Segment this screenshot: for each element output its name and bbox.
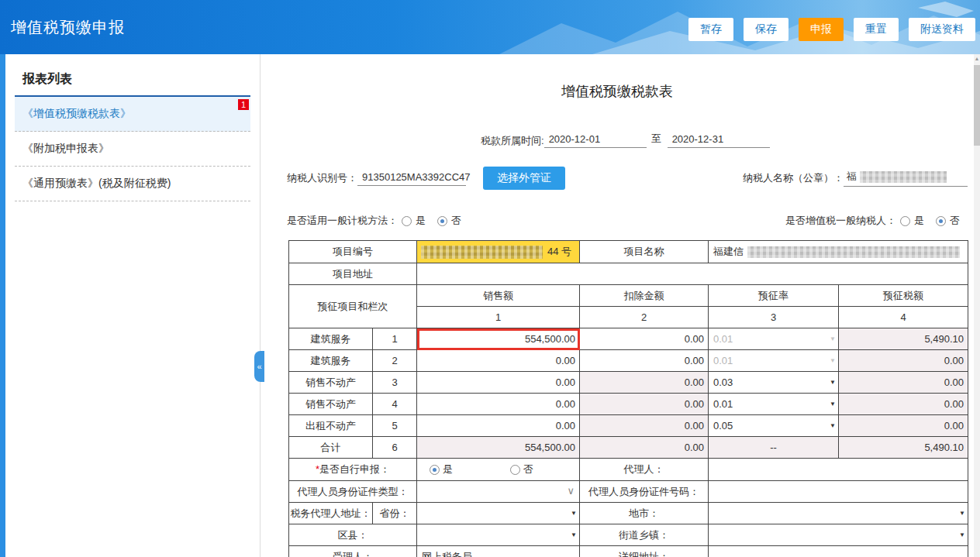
tax-readonly: 0.00 <box>839 415 968 437</box>
province-select[interactable]: ▼ <box>417 503 580 524</box>
row-no: 2 <box>373 350 417 372</box>
project-no-suffix: 44 号 <box>547 245 571 259</box>
project-no-value: 44 号 <box>417 241 579 263</box>
general-method-no-radio[interactable] <box>437 216 447 226</box>
prepay-tax-table: 项目编号 44 号 项目名称 福建信 项目地址 预征项目和栏次 销售额 <box>288 240 968 557</box>
row-name: 建筑服务 <box>289 350 373 372</box>
agent-input[interactable] <box>709 459 968 481</box>
rate-select[interactable]: 0.05▼ <box>709 415 839 437</box>
period-end-input[interactable]: 2020-12-31 <box>668 133 770 148</box>
row-no: 3 <box>373 372 417 394</box>
page-title: 增值税预缴申报 <box>11 17 125 38</box>
taxpayer-id-input[interactable]: 91350125MA3392CC47 <box>357 171 466 186</box>
sales-input-highlighted[interactable]: 554,500.00 <box>417 328 580 350</box>
radio-label-no: 否 <box>451 214 461 228</box>
table-row: 销售不动产 4 0.00 0.00 0.01▼ 0.00 <box>289 394 968 415</box>
project-no-cell[interactable]: 44 号 <box>417 241 580 263</box>
col-header-tax: 预征税额 <box>839 285 968 307</box>
tax-readonly: 0.00 <box>839 372 968 394</box>
sidebar-item-general-prepay-table[interactable]: 《通用预缴表》(税及附征税费) <box>15 167 250 201</box>
tax-readonly: 0.00 <box>839 394 968 415</box>
agent-id-type-label: 代理人员身份证件类型： <box>289 481 417 503</box>
deduction-readonly: 0.00 <box>580 415 709 437</box>
period-start-input[interactable]: 2020-12-01 <box>544 133 647 148</box>
total-label: 合计 <box>289 437 373 459</box>
select-chevron-icon: ∨ <box>567 485 575 497</box>
detail-addr-input[interactable] <box>709 546 968 557</box>
project-name-label: 项目名称 <box>580 241 709 263</box>
dropdown-icon: ▼ <box>830 379 836 386</box>
general-method-yes-radio[interactable] <box>402 216 412 226</box>
self-declare-yes-radio[interactable] <box>430 465 440 475</box>
rate-select[interactable]: 0.03▼ <box>709 372 839 394</box>
header-toolbar: 暂存 保存 申报 重置 附送资料 <box>688 18 975 41</box>
district-select[interactable]: ▼ <box>417 524 580 546</box>
agent-id-type-select[interactable]: ∨ <box>417 481 580 503</box>
temp-save-button[interactable]: 暂存 <box>688 18 733 41</box>
radio-label-yes: 是 <box>416 214 426 228</box>
tax-period-label: 税款所属时间: <box>481 134 544 148</box>
app-header: 增值税预缴申报 暂存 保存 申报 重置 附送资料 <box>0 0 980 54</box>
dropdown-icon: ▼ <box>830 357 836 364</box>
table-row-district: 区县： ▼ 街道乡镇： ▼ <box>289 524 968 546</box>
district-label: 区县： <box>289 524 417 546</box>
project-name-prefix: 福建信 <box>713 245 744 259</box>
deduction-input[interactable]: 0.00 <box>580 350 709 372</box>
rate-select[interactable]: 0.01▼ <box>709 394 839 415</box>
general-taxpayer-no-radio[interactable] <box>936 216 946 226</box>
sidebar-item-label: 《附加税申报表》 <box>22 142 109 154</box>
self-declare-label: *是否自行申报： <box>289 459 417 481</box>
col-number: 3 <box>709 307 839 328</box>
tax-readonly: 0.00 <box>839 350 968 372</box>
redacted-mosaic <box>747 246 960 258</box>
sales-input[interactable]: 0.00 <box>417 415 580 437</box>
project-addr-input[interactable] <box>417 263 968 285</box>
total-deduction: 0.00 <box>580 437 709 459</box>
row-name: 销售不动产 <box>289 372 373 394</box>
declare-button[interactable]: 申报 <box>799 18 844 41</box>
sales-input[interactable]: 0.00 <box>417 350 580 372</box>
deduction-readonly: 0.00 <box>580 394 709 415</box>
sales-input[interactable]: 0.00 <box>417 372 580 394</box>
redacted-mosaic <box>421 246 543 259</box>
sidebar: 报表列表 《增值税预缴税款表》 1 《附加税申报表》 《通用预缴表》(税及附征税… <box>5 54 261 557</box>
self-declare-no-radio[interactable] <box>510 465 520 475</box>
table-row: 建筑服务 2 0.00 0.00 0.01▼ 0.00 <box>289 350 968 372</box>
count-badge: 1 <box>238 99 249 110</box>
reset-button[interactable]: 重置 <box>854 18 899 41</box>
row-name: 建筑服务 <box>289 328 373 350</box>
project-name-cell[interactable]: 福建信 <box>709 241 968 263</box>
street-select[interactable]: ▼ <box>709 524 968 546</box>
sidebar-item-vat-prepay-table[interactable]: 《增值税预缴税款表》 1 <box>15 97 250 132</box>
attach-docs-button[interactable]: 附送资料 <box>909 18 975 41</box>
dropdown-icon: ▼ <box>830 422 836 429</box>
collapse-icon: « <box>257 362 261 371</box>
deduction-readonly: 0.00 <box>580 372 709 394</box>
taxpayer-name-label: 纳税人名称（公章）： <box>743 171 844 185</box>
total-no: 6 <box>373 437 417 459</box>
table-row-agent-id: 代理人员身份证件类型： ∨ 代理人员身份证件号码： <box>289 481 968 503</box>
project-no-label: 项目编号 <box>289 241 417 263</box>
street-label: 街道乡镇： <box>580 524 709 546</box>
detail-addr-label: 详细地址： <box>580 546 709 557</box>
city-select[interactable]: ▼ <box>709 503 968 524</box>
tax-period-row: 税款所属时间: 2020-12-01 至 2020-12-31 <box>481 132 770 148</box>
sidebar-item-label: 《通用预缴表》(税及附征税费) <box>22 177 171 189</box>
general-taxpayer-yes-radio[interactable] <box>900 216 910 226</box>
table-header-row: 预征项目和栏次 销售额 扣除金额 预征率 预征税额 <box>289 285 968 307</box>
sales-input[interactable]: 0.00 <box>417 394 580 415</box>
select-permit-button[interactable]: 选择外管证 <box>483 167 565 190</box>
dropdown-icon: ▼ <box>959 510 965 517</box>
scroll-up-icon[interactable]: ▲ <box>974 54 980 64</box>
agent-id-no-input[interactable] <box>709 481 968 503</box>
project-addr-label: 项目地址 <box>289 263 417 285</box>
deduction-input[interactable]: 0.00 <box>580 328 709 350</box>
acceptor-value: 网上税务局 <box>417 546 580 557</box>
col-number: 4 <box>839 307 968 328</box>
scrollbar-thumb[interactable] <box>974 65 980 146</box>
province-label: 省份： <box>373 503 417 524</box>
save-button[interactable]: 保存 <box>744 18 788 41</box>
sidebar-collapse-handle[interactable]: « <box>254 351 264 382</box>
self-declare-radio-cell: 是 否 <box>417 459 580 481</box>
sidebar-item-surtax-table[interactable]: 《附加税申报表》 <box>15 132 250 167</box>
